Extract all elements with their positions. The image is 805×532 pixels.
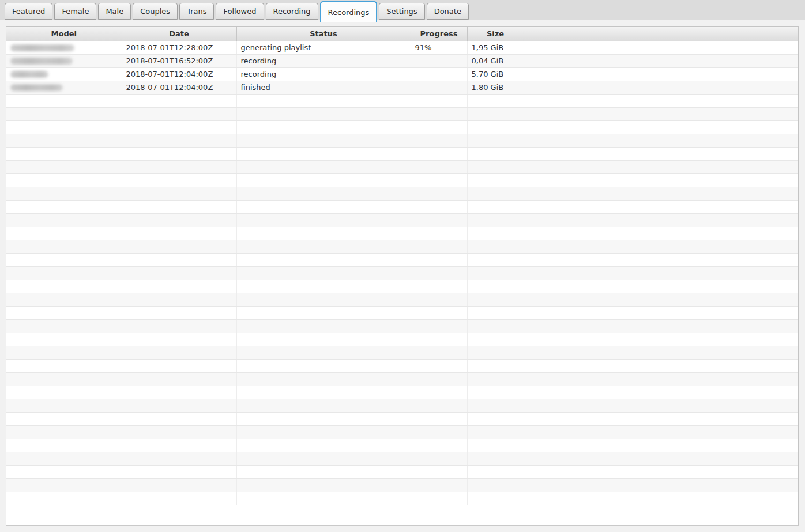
table-row-empty xyxy=(6,359,798,372)
empty-cell xyxy=(524,213,798,227)
model-cell xyxy=(6,67,122,81)
empty-cell xyxy=(467,134,524,147)
empty-cell xyxy=(411,213,467,227)
empty-cell xyxy=(411,200,467,213)
model-cell xyxy=(6,41,122,54)
empty-cell xyxy=(6,266,122,280)
table-row-empty xyxy=(6,187,798,200)
table-row-empty xyxy=(6,439,798,452)
empty-cell xyxy=(467,187,524,200)
empty-cell xyxy=(236,266,411,280)
empty-cell xyxy=(122,280,236,293)
empty-cell xyxy=(467,465,524,478)
empty-cell xyxy=(524,280,798,293)
empty-cell xyxy=(411,94,467,107)
empty-cell xyxy=(6,200,122,213)
empty-cell xyxy=(411,187,467,200)
table-row-empty xyxy=(6,94,798,107)
empty-cell xyxy=(467,425,524,439)
table-row-empty xyxy=(6,200,798,213)
empty-cell xyxy=(524,439,798,452)
table-row-empty xyxy=(6,240,798,253)
col-header-progress[interactable]: Progress xyxy=(411,27,467,41)
empty-cell xyxy=(6,386,122,399)
empty-cell xyxy=(411,465,467,478)
tab-recordings[interactable]: Recordings xyxy=(320,1,378,22)
date-cell: 2018-07-01T16:52:00Z xyxy=(122,54,236,67)
model-cell xyxy=(6,81,122,94)
tab-trans[interactable]: Trans xyxy=(179,3,214,20)
table-row-empty xyxy=(6,293,798,306)
empty-cell xyxy=(122,492,236,505)
empty-cell xyxy=(411,134,467,147)
empty-cell xyxy=(236,372,411,386)
empty-cell xyxy=(467,399,524,412)
table-row-empty xyxy=(6,465,798,478)
empty-cell xyxy=(236,465,411,478)
col-header-date[interactable]: Date xyxy=(122,27,236,41)
tab-featured[interactable]: Featured xyxy=(5,3,52,20)
status-cell: generating playlist xyxy=(236,41,411,54)
empty-cell xyxy=(524,306,798,319)
table-row-empty xyxy=(6,107,798,120)
filler-cell xyxy=(524,54,798,67)
empty-cell xyxy=(236,107,411,120)
col-header-status[interactable]: Status xyxy=(236,27,411,41)
table-row-empty xyxy=(6,425,798,439)
size-cell: 1,80 GiB xyxy=(467,81,524,94)
empty-cell xyxy=(524,227,798,240)
empty-cell xyxy=(236,306,411,319)
empty-cell xyxy=(6,306,122,319)
date-cell: 2018-07-01T12:04:00Z xyxy=(122,81,236,94)
tab-followed[interactable]: Followed xyxy=(216,3,264,20)
empty-cell xyxy=(467,213,524,227)
empty-cell xyxy=(411,439,467,452)
table-row[interactable]: 2018-07-01T12:04:00Z finished 1,80 GiB xyxy=(6,81,798,94)
tab-settings[interactable]: Settings xyxy=(379,3,424,20)
empty-cell xyxy=(6,439,122,452)
empty-cell xyxy=(122,107,236,120)
empty-cell xyxy=(122,160,236,173)
table-row[interactable]: 2018-07-01T16:52:00Z recording 0,04 GiB xyxy=(6,54,798,67)
empty-cell xyxy=(6,173,122,187)
empty-cell xyxy=(467,227,524,240)
tab-recording[interactable]: Recording xyxy=(266,3,318,20)
empty-cell xyxy=(122,147,236,160)
empty-cell xyxy=(524,160,798,173)
tab-male[interactable]: Male xyxy=(98,3,131,20)
empty-cell xyxy=(122,359,236,372)
empty-cell xyxy=(411,107,467,120)
empty-cell xyxy=(411,160,467,173)
col-header-size[interactable]: Size xyxy=(467,27,524,41)
empty-cell xyxy=(411,386,467,399)
empty-cell xyxy=(411,173,467,187)
table-row[interactable]: 2018-07-01T12:28:00Z generating playlist… xyxy=(6,41,798,54)
empty-cell xyxy=(524,399,798,412)
tab-donate[interactable]: Donate xyxy=(427,3,469,20)
table-row[interactable]: 2018-07-01T12:04:00Z recording 5,70 GiB xyxy=(6,67,798,81)
empty-cell xyxy=(6,492,122,505)
redacted-model-name xyxy=(10,84,63,91)
empty-cell xyxy=(411,147,467,160)
empty-cell xyxy=(6,120,122,134)
empty-cell xyxy=(236,173,411,187)
empty-cell xyxy=(524,425,798,439)
empty-cell xyxy=(236,240,411,253)
empty-cell xyxy=(6,359,122,372)
empty-cell xyxy=(467,386,524,399)
tab-couples[interactable]: Couples xyxy=(133,3,178,20)
empty-cell xyxy=(122,412,236,425)
empty-cell xyxy=(524,107,798,120)
recordings-table-body: 2018-07-01T12:28:00Z generating playlist… xyxy=(6,41,798,505)
table-header-row: Model Date Status Progress Size xyxy=(6,27,798,41)
tab-female[interactable]: Female xyxy=(54,3,96,20)
empty-cell xyxy=(122,240,236,253)
empty-cell xyxy=(122,333,236,346)
empty-cell xyxy=(6,107,122,120)
empty-cell xyxy=(524,412,798,425)
col-header-model[interactable]: Model xyxy=(6,27,122,41)
empty-cell xyxy=(411,425,467,439)
empty-cell xyxy=(467,306,524,319)
empty-cell xyxy=(6,425,122,439)
empty-cell xyxy=(236,492,411,505)
